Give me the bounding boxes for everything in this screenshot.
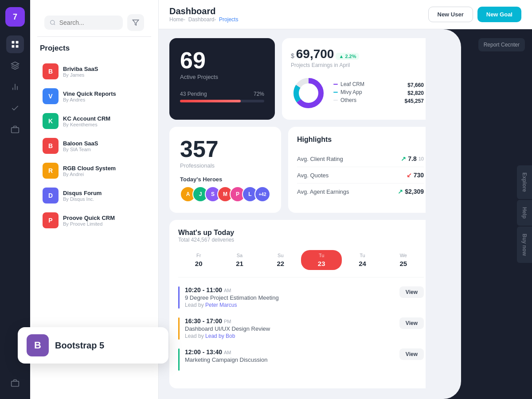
legend-value: $7,660 [405,82,424,88]
project-item[interactable]: P Proove Quick CRM By Proove Limited [40,209,149,232]
highlight-number: 7.8 [408,155,416,162]
project-logo: V [43,88,59,104]
sidebar-item-chart[interactable] [6,78,24,96]
calendar-day[interactable]: Tu23 [301,250,342,270]
project-info: Vine Quick Reports By Andres [63,90,116,102]
event-lead-link[interactable]: Peter Marcus [205,302,237,308]
breadcrumb-path: Home- Dashboard- Projects [169,16,238,23]
project-item[interactable]: K KC Account CRM By Keenthemes [40,110,149,133]
breadcrumb: Dashboard Home- Dashboard- Projects [169,6,238,23]
event-bar [178,286,180,309]
earnings-amount: $ 69,700 ▲ 2.2% [291,47,424,61]
professionals-card: 357 Professionals Today's Heroes AJSMPL+… [169,127,281,213]
day-name: Su [278,253,283,258]
project-info: Briviba SaaS By James [63,66,98,78]
sidebar-item-layers[interactable] [6,57,24,74]
highlights-rows: Avg. Client Rating ↗ 7.8 10 Avg. Quotes … [297,151,424,200]
schedule-title: What's up Today [178,229,424,237]
calendar-day[interactable]: We25 [383,250,424,270]
event-view-button[interactable]: View [399,317,424,329]
highlight-number: 730 [414,172,424,179]
earnings-card: $ 69,700 ▲ 2.2% Projects Earnings in Apr… [282,38,433,120]
event-lead-link[interactable]: Lead by Bob [205,333,235,339]
project-item[interactable]: D Disqus Forum By Disqus Inc. [40,184,149,207]
calendar-day[interactable]: Fr20 [178,250,219,270]
day-number: 22 [277,260,284,267]
hero-avatar: +42 [254,186,270,202]
svg-rect-0 [12,41,15,44]
event-view-button[interactable]: View [399,348,424,360]
project-item[interactable]: R RGB Cloud System By Andrei [40,159,149,182]
highlight-value: ↙ 730 [407,172,424,179]
legend-dot [333,100,338,101]
legend-values: $7,660$2,820$45,257 [405,82,424,104]
calendar-day[interactable]: Tu24 [342,250,383,270]
project-item[interactable]: B Baloon SaaS By SIA Team [40,134,149,157]
new-user-button[interactable]: New User [428,7,473,22]
report-center-button[interactable]: Report Cecnter [478,38,525,51]
user-avatar[interactable]: 7 [5,7,25,27]
schedule-header: What's up Today Total 424,567 deliveries [178,229,424,243]
search-bar [37,9,151,37]
project-logo: R [43,163,59,179]
active-projects-count: 69 [180,49,264,72]
event-item: 10:20 - 11:00 AM 9 Degree Project Estima… [178,286,424,309]
event-content: 16:30 - 17:00 PM Dashboard UI/UX Design … [185,317,394,339]
filter-button[interactable] [127,14,144,31]
event-view: View [399,348,424,360]
event-time: 10:20 - 11:00 AM [185,286,394,293]
highlight-name: Avg. Client Rating [297,156,343,162]
dashboard-main: 69 Active Projects 43 Pending 72% [159,29,443,399]
active-projects-label: Active Projects [180,74,264,80]
project-author: By Disqus Inc. [63,196,102,202]
sidebar-item-check[interactable] [6,99,24,117]
day-name: We [400,253,407,258]
highlight-row: Avg. Client Rating ↗ 7.8 10 [297,151,424,167]
project-info: RGB Cloud System By Andrei [63,165,116,177]
pending-count: 43 Pending [180,91,207,97]
new-goal-button[interactable]: New Goal [477,7,521,22]
highlights-title: Highlights [297,136,424,144]
search-input[interactable] [59,19,117,26]
project-logo: K [43,113,59,129]
project-author: By Andrei [63,172,116,177]
highlight-row: Avg. Quotes ↙ 730 [297,167,424,184]
event-view-button[interactable]: View [399,286,424,298]
progress-section: 43 Pending 72% [180,91,264,102]
heroes-avatars: AJSMPL+42 [180,186,270,202]
svg-point-6 [51,20,55,24]
legend-item: Leaf CRM [333,81,398,87]
project-info: Baloon SaaS By SIA Team [63,140,98,152]
day-number: 25 [399,260,407,267]
svg-rect-1 [16,41,19,44]
legend-value: $2,820 [405,90,424,96]
right-tab[interactable]: Help [517,200,532,226]
calendar-day[interactable]: Su22 [260,250,301,270]
progress-bar-fill [180,100,241,102]
calendar-day[interactable]: Sa21 [219,250,260,270]
project-info: Disqus Forum By Disqus Inc. [63,190,102,202]
right-tab[interactable]: Explore [517,165,532,199]
project-item[interactable]: B Briviba SaaS By James [40,60,149,83]
earnings-chart-area: Leaf CRMMivy AppOthers $7,660$2,820$45,2… [291,75,424,111]
highlight-number: $2,309 [405,188,424,195]
right-tab[interactable]: Buy now [517,227,532,263]
sidebar-item-briefcase[interactable] [6,374,24,392]
donut-chart [291,75,326,111]
schedule-card: What's up Today Total 424,567 deliveries… [169,220,433,388]
event-period: PM [224,319,231,324]
day-number: 24 [359,260,366,267]
project-item[interactable]: V Vine Quick Reports By Andres [40,85,149,108]
calendar-row[interactable]: Fr20Sa21Su22Tu23Tu24We25 [178,250,424,278]
page-title: Dashboard [169,6,238,16]
sidebar-item-grid[interactable] [6,35,24,53]
search-icon [50,19,56,26]
day-name: Tu [319,253,324,258]
main-content: Dashboard Home- Dashboard- Projects New … [159,0,532,399]
sidebar-item-stack[interactable] [6,121,24,138]
event-title: Marketing Campaign Discussion [185,356,394,363]
search-input-wrap[interactable] [44,16,123,30]
progress-bar-bg [180,100,264,102]
projects-list: B Briviba SaaS By James V Vine Quick Rep… [40,60,149,232]
trend-arrow: ↗ [398,188,403,195]
